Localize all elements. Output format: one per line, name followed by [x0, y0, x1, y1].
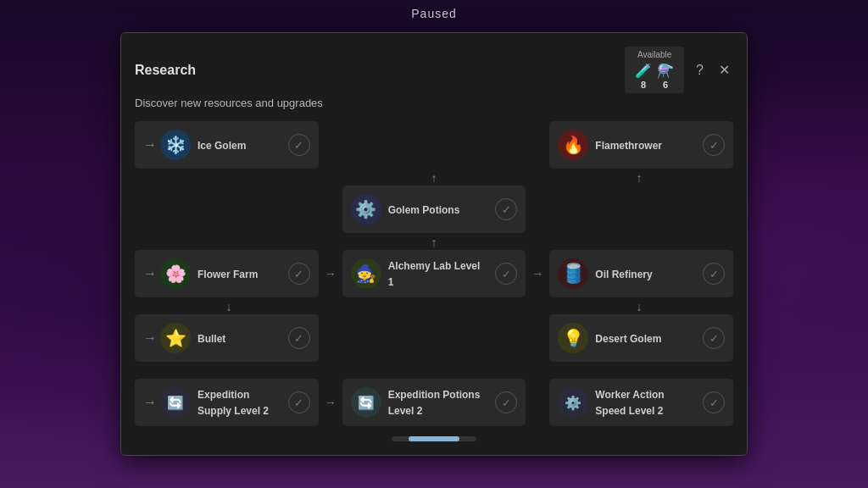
arrow-into-bullet: →: [143, 330, 157, 346]
row-5: → 🔄 Expedition Supply Level 2 ✓ → 🔄 Expe…: [135, 379, 733, 426]
flower-farm-info: Flower Farm: [198, 266, 281, 282]
col-empty-mid-4: [342, 314, 526, 362]
vc-1-2: ↑: [340, 171, 528, 185]
desert-golem-info: Desert Golem: [595, 330, 696, 347]
exp-supply-icon: 🔄: [160, 387, 191, 418]
flamethrower-info: Flamethrower: [595, 137, 696, 153]
card-desert-golem[interactable]: 💡 Desert Golem ✓: [549, 314, 733, 362]
card-worker-speed[interactable]: ⚙️ Worker Action Speed Level 2 ✓: [549, 379, 733, 426]
alchemy-lab-name: Alchemy Lab Level 1: [388, 260, 481, 288]
alchemy-lab-check: ✓: [495, 263, 517, 285]
desert-golem-name: Desert Golem: [595, 333, 661, 345]
card-flower-farm[interactable]: → 🌸 Flower Farm ✓: [135, 250, 319, 297]
ice-golem-icon: ❄️: [160, 130, 191, 160]
exp-potions-name: Expedition Potions Level 2: [388, 389, 481, 417]
arrow-into-exp-supply: →: [143, 395, 157, 410]
close-button[interactable]: ✕: [715, 60, 733, 80]
card-ice-golem[interactable]: → ❄️ Ice Golem ✓: [135, 121, 319, 169]
scrollbar-thumb[interactable]: [409, 436, 459, 441]
oil-refinery-name: Oil Refinery: [595, 269, 652, 280]
row-3: → 🌸 Flower Farm ✓ → 🧙 Alchemy Lab Level …: [135, 250, 733, 297]
col-golem-potions: ⚙️ Golem Potions ✓: [342, 186, 526, 233]
available-label: Available: [637, 50, 671, 59]
flamethrower-check: ✓: [703, 134, 725, 156]
desert-golem-check: ✓: [703, 327, 725, 349]
exp-potions-info: Expedition Potions Level 2: [388, 386, 489, 418]
col-oil-refinery: 🛢️ Oil Refinery ✓: [549, 250, 733, 297]
vert-row-1: ↑ ↑: [135, 170, 733, 186]
ice-golem-info: Ice Golem: [198, 137, 281, 153]
worker-speed-icon: ⚙️: [558, 387, 588, 418]
bullet-icon: ⭐: [160, 323, 191, 353]
row-1: → ❄️ Ice Golem ✓ 🔥: [135, 121, 733, 169]
golem-potions-check: ✓: [495, 198, 517, 220]
token-count-2: 6: [663, 80, 668, 90]
oil-refinery-icon: 🛢️: [558, 258, 588, 289]
col-desert-golem: 💡 Desert Golem ✓: [549, 314, 733, 362]
card-golem-potions[interactable]: ⚙️ Golem Potions ✓: [342, 186, 526, 233]
card-oil-refinery[interactable]: 🛢️ Oil Refinery ✓: [549, 250, 733, 297]
research-layout: → ❄️ Ice Golem ✓ 🔥: [135, 121, 733, 426]
worker-speed-check: ✓: [703, 391, 725, 413]
flamethrower-name: Flamethrower: [595, 140, 662, 152]
flower-farm-check: ✓: [288, 263, 310, 285]
vc-2-2: ↑: [340, 236, 528, 249]
modal-overlay: Research Available 🧪 8 ⚗️ 6: [0, 0, 868, 488]
flamethrower-icon: 🔥: [558, 130, 588, 160]
card-exp-supply[interactable]: → 🔄 Expedition Supply Level 2 ✓: [135, 379, 319, 426]
col-exp-potions: 🔄 Expedition Potions Level 2 ✓: [342, 379, 526, 426]
potion-token-icon: ⚗️: [658, 62, 673, 79]
col-empty-left-2: [135, 186, 319, 233]
col-empty-mid-1: [342, 121, 526, 169]
card-exp-potions[interactable]: 🔄 Expedition Potions Level 2 ✓: [342, 379, 526, 426]
card-flamethrower[interactable]: 🔥 Flamethrower ✓: [549, 121, 733, 169]
col-worker-speed: ⚙️ Worker Action Speed Level 2 ✓: [549, 379, 733, 426]
card-alchemy-lab[interactable]: 🧙 Alchemy Lab Level 1 ✓: [342, 250, 526, 297]
scrollbar-track[interactable]: [392, 436, 476, 441]
oil-refinery-info: Oil Refinery: [595, 266, 696, 282]
exp-supply-info: Expedition Supply Level 2: [198, 386, 281, 418]
card-bullet[interactable]: → ⭐ Bullet ✓: [135, 314, 319, 362]
ice-golem-name: Ice Golem: [198, 140, 246, 152]
golem-potions-icon: ⚙️: [351, 194, 381, 225]
ice-golem-check: ✓: [288, 134, 310, 156]
vert-row-3: ↓ ↓: [135, 299, 733, 314]
available-section: Available 🧪 8 ⚗️ 6: [625, 47, 684, 93]
flower-farm-name: Flower Farm: [198, 269, 258, 280]
exp-supply-check: ✓: [288, 391, 310, 413]
vc-3-3: ↓: [545, 300, 733, 313]
bullet-info: Bullet: [198, 330, 281, 347]
row-4: → ⭐ Bullet ✓ 💡: [135, 314, 733, 362]
arrow-es-ep: →: [322, 396, 339, 409]
alchemy-lab-icon: 🧙: [351, 258, 381, 289]
oil-refinery-check: ✓: [703, 263, 725, 285]
arrow-into-flower-farm: →: [143, 266, 157, 281]
col-alchemy-lab: 🧙 Alchemy Lab Level 1 ✓: [342, 250, 526, 297]
available-item-2: ⚗️ 6: [658, 62, 673, 90]
flower-farm-icon: 🌸: [160, 258, 191, 289]
col-flower-farm: → 🌸 Flower Farm ✓: [135, 250, 319, 297]
exp-potions-icon: 🔄: [351, 387, 381, 418]
available-items-container: 🧪 8 ⚗️ 6: [636, 62, 673, 90]
vc-3-1: ↓: [135, 300, 323, 313]
research-token-icon: 🧪: [636, 62, 651, 79]
vc-1-3: ↑: [545, 171, 733, 185]
col-bullet: → ⭐ Bullet ✓: [135, 314, 319, 362]
bullet-check: ✓: [288, 327, 310, 349]
row-2: ⚙️ Golem Potions ✓: [135, 186, 733, 233]
help-button[interactable]: ?: [693, 61, 707, 80]
col-ice-golem: → ❄️ Ice Golem ✓: [135, 121, 319, 169]
arrow-into-ice-golem: →: [143, 137, 157, 152]
vert-row-2: ↑: [135, 235, 733, 250]
vert-row-4: [135, 363, 733, 379]
alchemy-lab-info: Alchemy Lab Level 1: [388, 258, 489, 289]
exp-potions-check: ✓: [495, 391, 517, 413]
available-item-1: 🧪 8: [636, 62, 651, 90]
worker-speed-name: Worker Action Speed Level 2: [595, 389, 664, 417]
modal-subtitle: Discover new resources and upgrades: [135, 97, 733, 109]
scrollbar-container: [135, 436, 733, 441]
bullet-name: Bullet: [198, 333, 225, 345]
modal-title: Research: [135, 63, 196, 78]
col-exp-supply: → 🔄 Expedition Supply Level 2 ✓: [135, 379, 319, 426]
desert-golem-icon: 💡: [558, 323, 588, 353]
